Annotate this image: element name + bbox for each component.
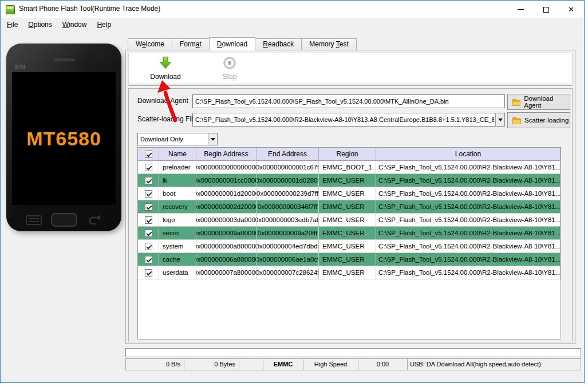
app-icon: [6, 5, 15, 14]
cell-name: system: [159, 240, 196, 253]
label-text: R: [263, 40, 268, 48]
label-text: H: [97, 21, 102, 29]
cell-begin-address: 0x0000000002d20000: [196, 200, 256, 214]
stop-icon: [223, 56, 236, 70]
cell-end-address: 0x0000000003edb7ab: [256, 214, 319, 227]
cell-begin-address: 0x0000000000000000: [196, 161, 256, 174]
scatter-file-label: Scatter-loading File: [137, 115, 196, 123]
cell-name: boot: [159, 187, 196, 200]
maximize-icon: [543, 7, 549, 13]
row-checkbox[interactable]: [145, 243, 152, 250]
download-agent-browse-label: Download Agent: [524, 95, 570, 109]
label-text: t: [200, 40, 202, 48]
cell-end-address: 0x000000000346f7ff: [256, 200, 319, 214]
download-agent-browse-button[interactable]: Download Agent: [507, 94, 570, 110]
title-bar: Smart Phone Flash Tool(Runtime Trace Mod…: [1, 1, 584, 18]
progress-bar: [125, 348, 581, 357]
cell-location: C:\SP_Flash_Tool_v5.1524.00.000\R2-Black…: [376, 161, 561, 174]
tab-readback[interactable]: Readback: [255, 38, 302, 50]
table-row[interactable]: secro0x0000000009a000000x0000000009a20ff…: [138, 227, 561, 240]
tab-memory-test[interactable]: Memory Test: [301, 38, 356, 50]
table-row[interactable]: userdata0x000000007a8000000x000000007c28…: [138, 266, 561, 279]
partition-table: NameBegin AddressEnd AddressRegionLocati…: [137, 147, 561, 339]
tab-format[interactable]: Format: [172, 38, 210, 50]
window-title: Smart Phone Flash Tool(Runtime Trace Mod…: [19, 5, 160, 13]
tab-bar: WelcomeFormatDownloadReadbackMemory Test: [128, 38, 356, 50]
download-arrow-icon: [159, 56, 172, 70]
table-row[interactable]: cache0x000000006a8000000x000000006ae1a0c…: [138, 253, 561, 266]
mode-dropdown-button[interactable]: [208, 133, 217, 145]
cell-region: EMMC_USER: [319, 240, 376, 253]
cell-location: C:\SP_Flash_Tool_v5.1524.00.000\R2-Black…: [376, 200, 561, 214]
row-checkbox[interactable]: [145, 269, 152, 277]
row-checkbox[interactable]: [145, 216, 152, 224]
download-agent-label: Download-Agent: [137, 97, 188, 105]
download-group-box: Download-Agent C:\SP_Flash_Tool_v5.1524.…: [128, 88, 573, 342]
download-agent-input[interactable]: C:\SP_Flash_Tool_v5.1524.00.000\SP_Flash…: [192, 94, 505, 108]
cell-region: EMMC_USER: [319, 200, 376, 214]
header-name[interactable]: Name: [159, 148, 196, 161]
tab-welcome[interactable]: Welcome: [128, 38, 172, 50]
scatter-browse-button[interactable]: Scatter-loading: [507, 112, 570, 128]
select-all-checkbox[interactable]: [145, 151, 152, 158]
download-button[interactable]: Download: [138, 56, 193, 81]
label-text: Form: [180, 40, 196, 48]
label-text: D: [217, 40, 222, 48]
table-row[interactable]: recovery0x0000000002d200000x000000000346…: [138, 200, 561, 214]
table-row[interactable]: system0x000000000a8000000x000000004ed7db…: [138, 240, 561, 253]
cell-location: C:\SP_Flash_Tool_v5.1524.00.000\R2-Black…: [376, 240, 561, 253]
chipset-label: MT6580: [26, 128, 101, 150]
label-text: est: [340, 40, 349, 48]
cell-location: C:\SP_Flash_Tool_v5.1524.00.000\R2-Black…: [376, 266, 561, 279]
header-location[interactable]: Location: [376, 148, 561, 161]
row-checkbox[interactable]: [145, 164, 152, 171]
maximize-button[interactable]: [533, 1, 559, 18]
cell-checkbox: [138, 227, 159, 240]
header-end[interactable]: End Address: [256, 148, 319, 161]
scatter-dropdown-button[interactable]: [495, 113, 504, 126]
label-text: W: [136, 40, 142, 48]
menu-item-options[interactable]: Options: [23, 18, 57, 31]
cell-region: EMMC_USER: [319, 266, 376, 279]
cell-end-address: 0x000000006ae1a0cf: [256, 253, 319, 266]
table-row[interactable]: boot0x0000000001d200000x000000000239d7ff…: [138, 187, 561, 200]
download-mode-select[interactable]: Download Only: [137, 133, 218, 145]
cell-region: EMMC_USER: [319, 227, 376, 240]
row-checkbox[interactable]: [145, 256, 152, 263]
close-button[interactable]: ✕: [558, 1, 584, 18]
phone-screen: MT6580: [12, 72, 116, 205]
app-window: Smart Phone Flash Tool(Runtime Trace Mod…: [0, 0, 585, 383]
close-icon: ✕: [568, 6, 574, 13]
row-checkbox[interactable]: [145, 177, 152, 184]
header-select-all-cell[interactable]: [138, 148, 159, 161]
status-bar: 0 B/s 0 Bytes EMMC High Speed 0:00 USB: …: [125, 358, 581, 370]
row-checkbox[interactable]: [145, 203, 152, 211]
status-usb-mode: USB: DA Download All(high speed,auto det…: [407, 358, 581, 370]
cell-end-address: 0x000000004ed7dbdf: [256, 240, 319, 253]
table-row[interactable]: lk0x0000000001cc00000x0000000001d0280fEM…: [138, 174, 561, 187]
cell-end-address: 0x0000000009a20fff: [256, 227, 319, 240]
menu-item-help[interactable]: Help: [92, 18, 116, 31]
cell-end-address: 0x000000000239d7ff: [256, 187, 319, 200]
table-row[interactable]: preloader0x00000000000000000x00000000000…: [138, 161, 561, 174]
minimize-button[interactable]: [508, 1, 534, 18]
label-text: ownload: [222, 40, 248, 48]
folder-icon: [512, 117, 521, 124]
cell-location: C:\SP_Flash_Tool_v5.1524.00.000\R2-Black…: [376, 227, 561, 240]
header-region[interactable]: Region: [319, 148, 376, 161]
row-checkbox[interactable]: [145, 230, 152, 237]
cell-location: C:\SP_Flash_Tool_v5.1524.00.000\R2-Black…: [376, 214, 561, 227]
cell-location: C:\SP_Flash_Tool_v5.1524.00.000\R2-Black…: [376, 174, 561, 187]
menu-item-window[interactable]: Window: [57, 18, 92, 31]
menu-item-file[interactable]: File: [2, 18, 23, 31]
table-row[interactable]: logo0x0000000003da00000x0000000003edb7ab…: [138, 214, 561, 227]
row-checkbox[interactable]: [145, 190, 152, 198]
cell-name: userdata: [159, 266, 196, 279]
label-text: lcome: [146, 40, 164, 48]
header-begin[interactable]: Begin Address: [196, 148, 256, 161]
scatter-browse-label: Scatter-loading: [524, 117, 569, 124]
label-text: Memory: [309, 40, 336, 48]
scatter-file-combobox[interactable]: C:\SP_Flash_Tool_v5.1524.00.000\R2-Black…: [192, 113, 505, 127]
tab-download[interactable]: Download: [209, 37, 255, 50]
stop-button[interactable]: Stop: [202, 56, 257, 81]
